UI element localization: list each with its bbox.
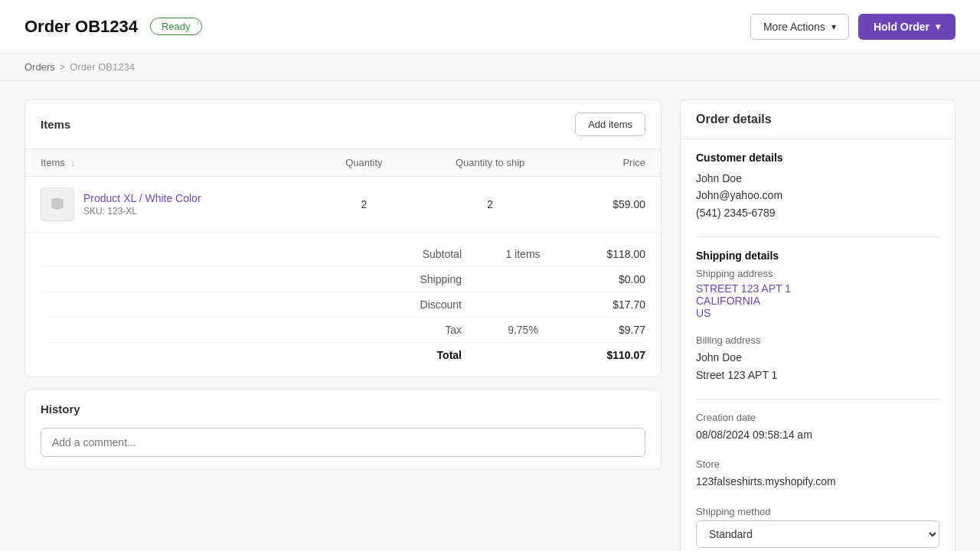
comment-input[interactable] <box>41 428 645 457</box>
subtotal-qty: 1 items <box>477 248 569 260</box>
product-name[interactable]: Product XL / White Color <box>83 192 201 204</box>
chevron-down-icon: ▾ <box>831 21 836 32</box>
add-items-button[interactable]: Add items <box>575 112 645 136</box>
shipping-method-select[interactable]: Standard <box>696 520 939 548</box>
quantity-cell: 2 <box>313 177 415 233</box>
price-cell: $59.00 <box>565 177 661 233</box>
breadcrumb: Orders > Order OB1234 <box>0 54 980 81</box>
history-content <box>25 428 661 469</box>
shipping-details-section: Shipping details Shipping address STREET… <box>696 249 939 319</box>
col-quantity-header: Quantity <box>313 149 415 177</box>
main-layout: Items Add items Items ↓ Quantity Quantit… <box>0 81 980 551</box>
creation-date-value: 08/08/2024 09:58:14 am <box>696 426 939 443</box>
divider-2 <box>696 399 939 399</box>
table-row: Product XL / White Color SKU: 123-XL 2 2… <box>25 177 661 233</box>
product-cell: Product XL / White Color SKU: 123-XL <box>25 177 313 233</box>
status-badge: Ready <box>150 18 202 35</box>
discount-value: $17.70 <box>569 298 645 311</box>
customer-email: John@yahoo.com <box>696 187 939 204</box>
discount-label: Discount <box>339 298 477 311</box>
col-qty-ship-header: Quantity to ship <box>415 149 565 177</box>
tax-label: Tax <box>339 324 477 336</box>
total-row: Total $110.07 <box>41 343 645 367</box>
customer-name: John Doe <box>696 170 939 187</box>
subtotal-label: Subtotal <box>339 248 477 260</box>
billing-address: Street 123 APT 1 <box>696 367 939 383</box>
left-panel: Items Add items Items ↓ Quantity Quantit… <box>24 99 662 551</box>
breadcrumb-separator: > <box>60 61 66 73</box>
divider <box>696 236 939 237</box>
shipping-middle <box>477 273 569 285</box>
billing-address-section: Billing address John Doe Street 123 APT … <box>696 334 939 383</box>
shipping-state[interactable]: CALIFORNIA <box>696 295 939 307</box>
order-title: Order OB1234 <box>24 17 138 37</box>
subtotal-value: $118.00 <box>569 248 645 260</box>
col-price-header: Price <box>565 149 661 177</box>
shipping-details-title: Shipping details <box>696 249 939 262</box>
hold-order-label: Hold Order <box>874 21 929 33</box>
shipping-method-label: Shipping method <box>696 506 939 517</box>
store-value: 123falseshirts.myshopify.com <box>696 473 939 490</box>
order-details-header: Order details <box>681 100 955 139</box>
items-card: Items Add items Items ↓ Quantity Quantit… <box>24 99 662 377</box>
tax-value: $9.77 <box>569 324 645 336</box>
product-sku: SKU: 123-XL <box>83 206 201 217</box>
creation-date-label: Creation date <box>696 412 939 423</box>
total-value: $110.07 <box>569 349 645 361</box>
subtotal-row: Subtotal 1 items $118.00 <box>41 242 645 267</box>
top-actions: More Actions ▾ Hold Order ▾ <box>750 14 956 40</box>
billing-name: John Doe <box>696 349 939 366</box>
total-middle <box>477 349 569 361</box>
breadcrumb-current: Order OB1234 <box>70 61 135 73</box>
shipping-label: Shipping <box>339 273 477 285</box>
history-title: History <box>41 403 80 416</box>
discount-middle <box>477 298 569 311</box>
customer-details-section: Customer details John Doe John@yahoo.com… <box>696 152 939 221</box>
shipping-value: $0.00 <box>569 273 645 285</box>
store-label: Store <box>696 458 939 470</box>
store-section: Store 123falseshirts.myshopify.com <box>696 458 939 490</box>
more-actions-button[interactable]: More Actions ▾ <box>750 14 849 40</box>
shipping-street[interactable]: STREET 123 APT 1 <box>696 282 939 295</box>
tax-row: Tax 9.75% $9.77 <box>41 318 645 343</box>
top-bar: Order OB1234 Ready More Actions ▾ Hold O… <box>0 0 980 54</box>
order-details-title: Order details <box>696 112 939 126</box>
history-card: History <box>24 390 662 470</box>
totals-section: Subtotal 1 items $118.00 Shipping $0.00 … <box>25 233 661 377</box>
chevron-down-icon: ▾ <box>936 21 940 32</box>
order-details-card: Order details Customer details John Doe … <box>680 99 956 551</box>
billing-address-label: Billing address <box>696 334 939 346</box>
sort-icon: ↓ <box>70 158 75 168</box>
items-title: Items <box>41 118 70 131</box>
shipping-address-label: Shipping address <box>696 268 939 279</box>
col-items-header: Items ↓ <box>25 149 313 177</box>
customer-phone: (541) 2345-6789 <box>696 204 939 221</box>
right-panel: Order details Customer details John Doe … <box>680 99 956 551</box>
more-actions-label: More Actions <box>763 21 825 33</box>
items-card-header: Items Add items <box>25 100 661 149</box>
shipping-method-section: Shipping method Standard <box>696 506 939 548</box>
creation-date-section: Creation date 08/08/2024 09:58:14 am <box>696 412 939 443</box>
discount-row: Discount $17.70 <box>41 292 645 318</box>
order-details-body: Customer details John Doe John@yahoo.com… <box>681 139 955 551</box>
total-label: Total <box>339 349 477 361</box>
tax-rate: 9.75% <box>477 324 569 336</box>
breadcrumb-orders-link[interactable]: Orders <box>24 61 55 73</box>
shipping-country[interactable]: US <box>696 307 939 319</box>
history-card-header: History <box>25 390 661 428</box>
top-left: Order OB1234 Ready <box>24 17 202 37</box>
items-table: Items ↓ Quantity Quantity to ship Price <box>25 149 661 233</box>
customer-details-title: Customer details <box>696 152 939 164</box>
shipping-row: Shipping $0.00 <box>41 267 645 292</box>
product-thumbnail <box>41 187 74 221</box>
qty-to-ship-cell: 2 <box>415 177 565 233</box>
hold-order-button[interactable]: Hold Order ▾ <box>858 14 956 40</box>
